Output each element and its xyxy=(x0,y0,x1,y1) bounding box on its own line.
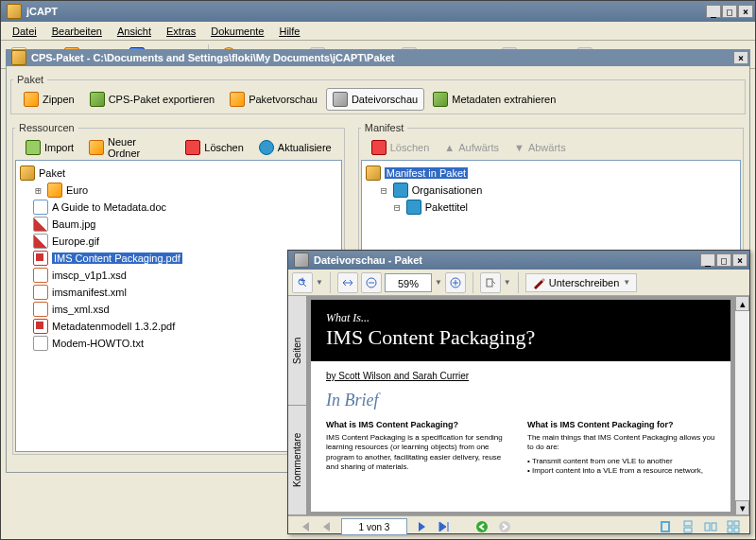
preview-title: Dateivorschau - Paket xyxy=(314,254,700,266)
scroll-track[interactable] xyxy=(735,311,749,500)
collapse-icon[interactable]: ⊟ xyxy=(379,184,389,197)
refresh-icon xyxy=(259,140,274,155)
maximize-button[interactable]: □ xyxy=(722,5,737,18)
next-page-button[interactable] xyxy=(413,518,430,535)
manifest-icon xyxy=(366,165,381,181)
filepreview-icon xyxy=(333,92,348,107)
file-icon xyxy=(33,302,48,317)
file-label: Metadatenmodell 1.3.2.pdf xyxy=(52,321,175,332)
file-icon xyxy=(33,336,48,351)
folder-icon xyxy=(47,183,62,198)
sign-button[interactable]: Unterschreiben ▼ xyxy=(525,273,638,292)
inner-close-button[interactable]: × xyxy=(733,51,748,64)
zoom-value[interactable]: 59% xyxy=(385,273,432,292)
manifest-delete-button[interactable]: Löschen xyxy=(365,136,437,159)
doc-heading: IMS Content Packaging? xyxy=(326,325,715,350)
comments-tab[interactable]: Kommentare xyxy=(288,406,306,515)
svg-rect-14 xyxy=(705,523,710,531)
extract-metadata-button[interactable]: Metadaten extrahieren xyxy=(426,88,562,111)
pdf-page: What Is... IMS Content Packaging? by Sco… xyxy=(311,300,730,512)
zip-icon xyxy=(24,92,39,107)
org-icon xyxy=(406,200,421,215)
tree-file[interactable]: Europe.gif xyxy=(20,233,337,250)
zoom-in-button[interactable] xyxy=(445,272,466,293)
svg-rect-16 xyxy=(728,521,732,526)
view-single-button[interactable] xyxy=(657,518,674,535)
svg-rect-8 xyxy=(487,279,492,287)
manifest-org[interactable]: ⊟Organisationen xyxy=(366,182,736,199)
svg-rect-11 xyxy=(662,522,669,531)
menu-ansicht[interactable]: Ansicht xyxy=(110,24,159,39)
file-icon xyxy=(33,251,48,266)
expand-icon[interactable]: ⊞ xyxy=(33,184,43,197)
doc-b1: • Transmit content from one VLE to anoth… xyxy=(527,457,715,466)
new-folder-button[interactable]: Neuer Ordner xyxy=(82,132,177,163)
preview-icon xyxy=(294,253,309,268)
prev-page-button[interactable] xyxy=(318,518,335,535)
tree-file[interactable]: A Guide to Metadata.doc xyxy=(20,199,337,216)
preview-max-button[interactable]: □ xyxy=(716,253,731,267)
manifest-down-button[interactable]: ▼Abwärts xyxy=(507,138,573,157)
zoom-out-button[interactable] xyxy=(361,272,382,293)
file-preview-button[interactable]: Dateivorschau xyxy=(326,88,424,111)
svg-rect-18 xyxy=(728,528,732,532)
view-continuous-facing-button[interactable] xyxy=(725,518,742,535)
page-indicator[interactable]: 1 von 3 xyxy=(341,518,407,535)
inner-icon xyxy=(11,50,26,65)
menu-bearbeiten[interactable]: Bearbeiten xyxy=(44,24,110,39)
file-label: ims_xml.xsd xyxy=(52,304,110,315)
file-label: Baum.jpg xyxy=(52,218,95,230)
import-button[interactable]: Import xyxy=(19,136,80,159)
preview-close-button[interactable]: × xyxy=(732,253,747,267)
dropdown-icon[interactable]: ▼ xyxy=(435,278,442,287)
document-viewport[interactable]: What Is... IMS Content Packaging? by Sco… xyxy=(307,296,734,515)
zip-button[interactable]: Zippen xyxy=(17,88,81,111)
export-button[interactable]: CPS-Paket exportieren xyxy=(83,88,222,111)
zoom-marquee-button[interactable]: + xyxy=(292,272,313,293)
file-icon xyxy=(33,319,48,334)
doc-a2: The main things that IMS Content Packagi… xyxy=(527,433,715,453)
forward-button[interactable] xyxy=(496,518,513,535)
package-preview-button[interactable]: Paketvorschau xyxy=(223,88,324,111)
view-facing-button[interactable] xyxy=(702,518,719,535)
separator xyxy=(518,272,519,293)
pages-tab[interactable]: Seiten xyxy=(288,296,306,406)
svg-text:+: + xyxy=(300,277,305,286)
last-page-button[interactable] xyxy=(436,518,453,535)
close-button[interactable]: × xyxy=(738,5,753,18)
tree-root-paket[interactable]: Paket xyxy=(20,165,337,182)
tree-file[interactable]: Baum.jpg xyxy=(20,216,337,233)
menu-dokumente[interactable]: Dokumente xyxy=(203,24,271,39)
scroll-down-icon[interactable]: ▾ xyxy=(735,500,749,515)
menu-extras[interactable]: Extras xyxy=(159,24,203,39)
manifest-up-button[interactable]: ▲Aufwärts xyxy=(438,138,506,157)
fit-width-button[interactable] xyxy=(337,272,358,293)
menu-datei[interactable]: Datei xyxy=(5,24,44,39)
file-label: imsmanifest.xml xyxy=(52,287,127,298)
manifest-root[interactable]: Manifest in Paket xyxy=(366,165,736,182)
delete-resource-button[interactable]: Löschen xyxy=(179,136,250,159)
dropdown-icon[interactable]: ▼ xyxy=(316,278,323,287)
scroll-up-icon[interactable]: ▴ xyxy=(735,296,749,311)
view-continuous-button[interactable] xyxy=(679,518,696,535)
inner-window-title: CPS-Paket - C:\Documents and Settings\fl… xyxy=(31,52,733,63)
first-page-button[interactable] xyxy=(296,518,313,535)
collapse-icon[interactable]: ⊟ xyxy=(392,201,403,214)
resources-panel-title: Ressourcen xyxy=(15,122,78,133)
menu-hilfe[interactable]: Hilfe xyxy=(271,24,307,39)
refresh-button[interactable]: Aktualisiere xyxy=(252,136,338,159)
dropdown-icon[interactable]: ▼ xyxy=(504,278,511,287)
tool-button[interactable] xyxy=(480,272,501,293)
svg-point-9 xyxy=(476,521,488,532)
doc-q1: What is IMS Content Packaging? xyxy=(326,420,514,429)
file-icon xyxy=(33,268,48,283)
doc-q2: What is IMS Content Packaging for? xyxy=(527,420,715,429)
back-button[interactable] xyxy=(473,518,490,535)
tree-folder-euro[interactable]: ⊞Euro xyxy=(20,182,337,199)
vertical-scrollbar[interactable]: ▴ ▾ xyxy=(734,296,749,515)
preview-min-button[interactable]: _ xyxy=(700,253,715,267)
file-label: imscp_v1p1.xsd xyxy=(52,270,127,281)
minimize-button[interactable]: _ xyxy=(706,5,721,18)
manifest-pakettitel[interactable]: ⊟Pakettitel xyxy=(366,199,736,216)
preview-toolbar: + ▼ 59% ▼ ▼ Unterschreiben ▼ xyxy=(288,270,749,296)
